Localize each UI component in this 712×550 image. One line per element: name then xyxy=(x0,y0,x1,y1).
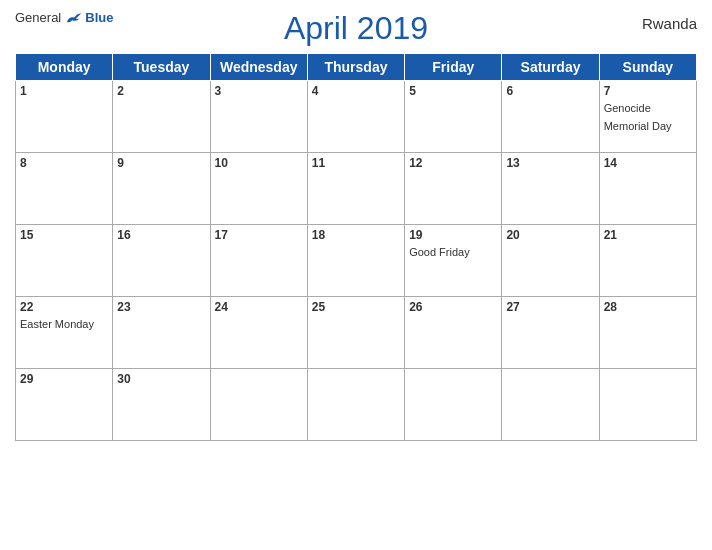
holiday-label: Genocide Memorial Day xyxy=(604,102,672,132)
weekday-header-tuesday: Tuesday xyxy=(113,54,210,81)
calendar-cell: 2 xyxy=(113,81,210,153)
day-number: 4 xyxy=(312,84,400,98)
calendar-cell: 8 xyxy=(16,153,113,225)
day-number: 15 xyxy=(20,228,108,242)
weekday-header-row: MondayTuesdayWednesdayThursdayFridaySatu… xyxy=(16,54,697,81)
calendar-week-row: 2930 xyxy=(16,369,697,441)
calendar-cell: 21 xyxy=(599,225,696,297)
calendar-cell: 19Good Friday xyxy=(405,225,502,297)
day-number: 21 xyxy=(604,228,692,242)
calendar-cell xyxy=(210,369,307,441)
day-number: 1 xyxy=(20,84,108,98)
logo-blue-text: Blue xyxy=(85,10,113,25)
day-number: 14 xyxy=(604,156,692,170)
day-number: 17 xyxy=(215,228,303,242)
calendar-cell: 16 xyxy=(113,225,210,297)
calendar-cell: 27 xyxy=(502,297,599,369)
calendar-cell xyxy=(502,369,599,441)
calendar-cell: 22Easter Monday xyxy=(16,297,113,369)
calendar-cell: 17 xyxy=(210,225,307,297)
weekday-header-wednesday: Wednesday xyxy=(210,54,307,81)
day-number: 13 xyxy=(506,156,594,170)
calendar-cell: 11 xyxy=(307,153,404,225)
day-number: 29 xyxy=(20,372,108,386)
calendar-cell: 26 xyxy=(405,297,502,369)
calendar-cell: 4 xyxy=(307,81,404,153)
day-number: 8 xyxy=(20,156,108,170)
calendar-cell xyxy=(405,369,502,441)
calendar-cell: 20 xyxy=(502,225,599,297)
month-title: April 2019 xyxy=(284,10,428,47)
holiday-label: Easter Monday xyxy=(20,318,94,330)
calendar-cell: 5 xyxy=(405,81,502,153)
day-number: 27 xyxy=(506,300,594,314)
calendar-cell xyxy=(307,369,404,441)
calendar-week-row: 891011121314 xyxy=(16,153,697,225)
holiday-label: Good Friday xyxy=(409,246,470,258)
day-number: 24 xyxy=(215,300,303,314)
calendar-container: General Blue April 2019 Rwanda MondayTue… xyxy=(0,0,712,451)
calendar-cell: 30 xyxy=(113,369,210,441)
day-number: 2 xyxy=(117,84,205,98)
day-number: 25 xyxy=(312,300,400,314)
calendar-cell: 13 xyxy=(502,153,599,225)
calendar-cell: 25 xyxy=(307,297,404,369)
logo-bird-icon xyxy=(65,11,83,25)
calendar-grid: MondayTuesdayWednesdayThursdayFridaySatu… xyxy=(15,53,697,441)
day-number: 20 xyxy=(506,228,594,242)
calendar-week-row: 22Easter Monday232425262728 xyxy=(16,297,697,369)
weekday-header-monday: Monday xyxy=(16,54,113,81)
day-number: 7 xyxy=(604,84,692,98)
calendar-cell: 3 xyxy=(210,81,307,153)
day-number: 23 xyxy=(117,300,205,314)
country-label: Rwanda xyxy=(642,15,697,32)
day-number: 3 xyxy=(215,84,303,98)
day-number: 11 xyxy=(312,156,400,170)
calendar-cell xyxy=(599,369,696,441)
weekday-header-friday: Friday xyxy=(405,54,502,81)
calendar-cell: 15 xyxy=(16,225,113,297)
calendar-cell: 12 xyxy=(405,153,502,225)
day-number: 10 xyxy=(215,156,303,170)
calendar-cell: 9 xyxy=(113,153,210,225)
calendar-cell: 6 xyxy=(502,81,599,153)
calendar-cell: 10 xyxy=(210,153,307,225)
weekday-header-sunday: Sunday xyxy=(599,54,696,81)
day-number: 30 xyxy=(117,372,205,386)
calendar-week-row: 1516171819Good Friday2021 xyxy=(16,225,697,297)
day-number: 12 xyxy=(409,156,497,170)
weekday-header-thursday: Thursday xyxy=(307,54,404,81)
logo-text: General Blue xyxy=(15,10,113,25)
day-number: 9 xyxy=(117,156,205,170)
day-number: 6 xyxy=(506,84,594,98)
calendar-cell: 28 xyxy=(599,297,696,369)
calendar-cell: 18 xyxy=(307,225,404,297)
header-row: General Blue April 2019 Rwanda xyxy=(15,10,697,47)
day-number: 5 xyxy=(409,84,497,98)
calendar-week-row: 1234567Genocide Memorial Day xyxy=(16,81,697,153)
calendar-cell: 7Genocide Memorial Day xyxy=(599,81,696,153)
weekday-header-saturday: Saturday xyxy=(502,54,599,81)
day-number: 26 xyxy=(409,300,497,314)
day-number: 22 xyxy=(20,300,108,314)
calendar-cell: 29 xyxy=(16,369,113,441)
calendar-cell: 1 xyxy=(16,81,113,153)
calendar-cell: 23 xyxy=(113,297,210,369)
day-number: 16 xyxy=(117,228,205,242)
day-number: 18 xyxy=(312,228,400,242)
calendar-cell: 24 xyxy=(210,297,307,369)
day-number: 28 xyxy=(604,300,692,314)
logo-general-text: General xyxy=(15,10,61,25)
logo-area: General Blue xyxy=(15,10,113,25)
day-number: 19 xyxy=(409,228,497,242)
calendar-cell: 14 xyxy=(599,153,696,225)
